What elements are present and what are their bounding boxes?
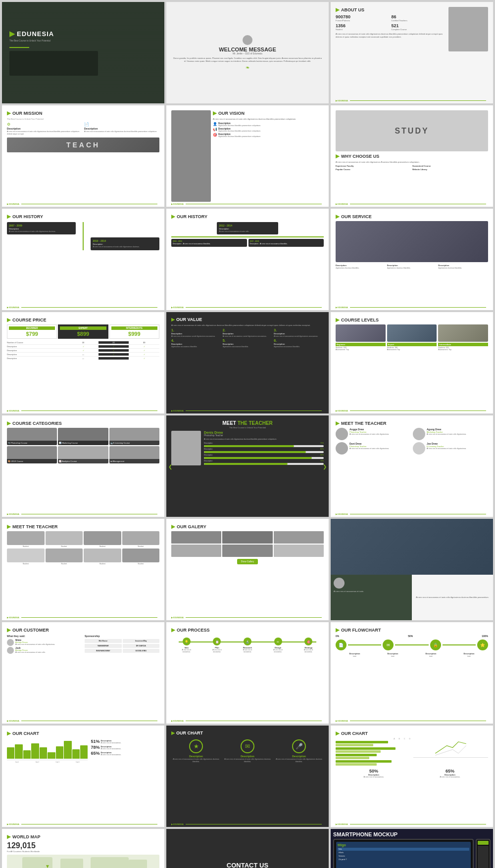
service-image — [336, 221, 488, 262]
welcome-icon: ❧ — [246, 65, 249, 70]
timeline-line — [83, 222, 84, 250]
vision-icon1: 👤 — [213, 122, 217, 126]
vision-icon2: 📢 — [213, 128, 217, 132]
level3-assessment: Assessment: Top — [438, 349, 488, 351]
flow-label2: Descriptiontext — [387, 652, 398, 657]
value-item3: 3. Description At vero eos et accusamus … — [274, 328, 324, 337]
book-icon: 📄 — [84, 122, 159, 127]
slide-chart2: ▶ OUR CHART ★ Description At vero eos et… — [166, 726, 329, 827]
vision-title: ▶ OUR VISION — [213, 110, 324, 116]
worldmap-number: 129,015 — [7, 841, 159, 850]
gallery-2 — [222, 531, 272, 544]
slide-meet2: ▶ MEET THE TEACHER Angga Drew Photoshop … — [331, 415, 493, 517]
contact-title: CONTACT US — [227, 862, 268, 868]
gallery-6 — [274, 545, 324, 557]
sponsorship-label: Sponsorship — [85, 635, 159, 638]
vision-body3: dignissimos ducimus blanditiis praesenti… — [218, 136, 261, 137]
teacher2-2: Agung Drew Marketing Teacher At vero eos… — [413, 428, 488, 440]
cat-elearning: 💻 E-Learning Course — [109, 428, 159, 445]
slide-footer: ▶ EDUNESIA — [336, 720, 488, 722]
flow-label4: Descriptiontext — [463, 652, 474, 657]
slide-footer: ▶ EDUNESIA — [7, 616, 159, 619]
cat-photoshop: 📷 Photoshop Course — [7, 428, 57, 445]
vision-body1: dignissimos ducimus blanditiis praesenti… — [218, 125, 261, 127]
service-item1: Description — [336, 264, 386, 267]
flow-label3: Descriptiontext — [425, 652, 436, 657]
slide-footer: ▶ EDUNESIA — [7, 410, 159, 412]
service-item2: Description — [387, 264, 437, 267]
study-image: STUDY — [336, 110, 488, 151]
teacher2-4: Joe Drew E-Learning Teacher At vero eos … — [413, 442, 488, 455]
slide-service: ▶ OUR SERVICE Description dignissimos du… — [331, 209, 493, 310]
person-photo — [334, 578, 345, 589]
slide-footer: ▶ EDUNESIA — [336, 823, 488, 825]
teacher2-avatar1 — [336, 428, 348, 440]
slide-footer: ▶ EDUNESIA — [171, 616, 324, 619]
slide-footer: ▶ EDUNESIA — [171, 306, 324, 309]
line-chart — [413, 738, 488, 758]
slide-worldmap: ▶ WORLD MAP 129,015 For All Countries St… — [2, 829, 164, 868]
teacher2-avatar4 — [413, 442, 425, 455]
slide-chart3: ▶ OUR CHART ABCD — [331, 726, 493, 827]
avatar-nilsie — [7, 639, 14, 646]
teacher-role: Photoshop Teacher — [204, 434, 324, 437]
what-they-said: What they said: — [7, 635, 82, 638]
sponsor-5: INSURANCEWAY — [85, 649, 122, 653]
teacher3-4: Student — [122, 531, 160, 548]
hbar-2 — [336, 747, 410, 753]
vision-image — [171, 110, 211, 202]
slide-contact: CONTACT US At vero eos et accusamus et i… — [166, 829, 329, 868]
gear-icon: ⚙ — [7, 122, 82, 127]
hbar-1 — [336, 741, 410, 746]
history1-title: ▶ OUR HISTORY — [7, 214, 159, 219]
slide-customer: ▶ OUR CUSTOMER What they said: Nilsie Av… — [2, 622, 164, 724]
hbar-3 — [336, 754, 410, 759]
mission-image: TEACH — [7, 137, 159, 152]
slide-gallery: ▶ OUR GALERY Show Gallery ▶ EDUNESIA — [166, 519, 329, 620]
history2-title: ▶ OUR HISTORY — [171, 214, 324, 219]
about-body: At vero eos et accusamus et iusto odio d… — [336, 33, 446, 38]
flow-arrow3 — [443, 644, 476, 645]
welcome-body: Donor gravida, for portfolio maximus qua… — [170, 57, 325, 63]
slide-footer: ▶ EDUNESIA — [7, 823, 159, 825]
chart3-stat2: 65% Description At vero eos et accusamus… — [440, 769, 460, 778]
tablet-mockup: tiligo Vols Hôtels Voitures Où partir ? — [333, 839, 474, 868]
slide-footer: ▶ EDUNESIA — [7, 513, 159, 515]
chart1-title: ▶ OUR CHART — [7, 731, 159, 736]
value-item1: 1. Description At vero eos et accusamus … — [171, 328, 221, 337]
level-intermediate: Intermediate Students: 321 Assessment: T… — [438, 324, 488, 351]
skill-4: Description 70% — [204, 460, 324, 465]
skill-3: Description 90% — [204, 454, 324, 459]
stat-2: 86 Certified Teachers — [392, 14, 446, 22]
prev-arrow[interactable]: ❮ — [168, 463, 172, 469]
flow-circle4: ⭐ — [477, 640, 488, 650]
cat-marketing: 📊 Marketing Course — [58, 428, 108, 445]
levels-title: ▶ COURSE LEVELS — [336, 317, 488, 322]
chart2-item3: 🎤 Description At vero eos et accusamus e… — [274, 739, 324, 763]
gallery-button[interactable]: Show Gallery — [237, 559, 258, 564]
price-row2: Description ✓ ✓ ✓ — [7, 345, 159, 349]
service-title: ▶ OUR SERVICE — [336, 214, 488, 219]
plan1-price: $799 — [9, 331, 55, 337]
chart2-item2: ✉ Description At vero eos et accusamus e… — [223, 739, 272, 763]
process-title: ▶ OUR PROCESS — [171, 627, 324, 633]
flow-circle3: 🔒 — [430, 640, 441, 650]
chart2-item1: ★ Description At vero eos et accusamus e… — [171, 739, 221, 763]
hist2-year1: 2012 - 2014 — [219, 224, 276, 228]
teacher-main-photo — [171, 431, 201, 465]
flowchart-title: ▶ OUR FLOWCHART — [336, 627, 488, 633]
slide-value: ▶ OUR VALUE At vero eos et accusamus et … — [166, 312, 329, 413]
price-row3: Description ✓ ✓ ✓ — [7, 349, 159, 353]
flow-circle2: ✉ — [383, 640, 394, 650]
phone-mockup — [476, 839, 491, 868]
next-arrow[interactable]: ❯ — [323, 463, 327, 469]
menu-voitures: Voitures — [338, 855, 469, 858]
slide-mission: ▶ OUR MISSION The Best Course to Unlock … — [2, 105, 164, 207]
flowchart-pcts: 0% 50% 100% — [336, 635, 488, 638]
mission-desc2: Description — [84, 127, 159, 130]
process-step1: 💡 Idea At vero eos et accusamus. — [179, 638, 194, 653]
slide-footer: ▶ EDUNESIA — [336, 203, 488, 205]
level1-assessment: Assessment: Top — [336, 349, 386, 351]
value-item5: 5. Description dignissimos accusamus bla… — [223, 339, 273, 348]
value-item4: 4. Description dignissimos accusamus bla… — [171, 339, 221, 348]
